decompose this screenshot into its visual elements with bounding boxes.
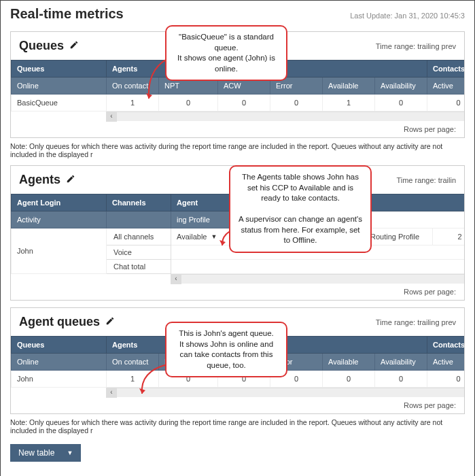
cell-availability: 0 — [427, 371, 465, 388]
chevron-down-icon: ▼ — [67, 449, 73, 456]
page-title: Real-time metrics — [10, 6, 124, 22]
chevron-down-icon[interactable]: ▼ — [211, 233, 217, 240]
cell-availability: 0 — [427, 95, 465, 112]
callout-text: The Agents table shows John has set his … — [239, 173, 362, 244]
time-range: Time range: trailing prev — [376, 318, 456, 326]
scroll-left-icon[interactable]: ‹ — [171, 275, 181, 284]
header: Real-time metrics Last Update: Jan 31, 2… — [1, 1, 474, 24]
last-update: Last Update: Jan 31, 2020 10:45:3 — [350, 12, 465, 20]
rows-per-page[interactable]: Rows per page: — [11, 121, 464, 137]
button-label: New table — [18, 448, 54, 458]
col-on-contact[interactable]: On contact — [107, 354, 159, 371]
time-range: Time range: trailing prev — [376, 42, 456, 50]
callout-basic-queue: "BasicQueue" is a standard queue. It sho… — [165, 25, 287, 81]
col-on-contact[interactable]: On contact — [107, 78, 159, 95]
col-active[interactable]: Active — [427, 354, 465, 371]
col-activity[interactable]: Activity — [12, 211, 107, 228]
callout-text: "BasicQueue" is a standard queue. It sho… — [177, 33, 275, 73]
cell-channel-chat[interactable]: Chat total — [107, 260, 171, 274]
scroll-left-icon[interactable]: ‹ — [106, 112, 117, 122]
cell-on-contact: 0 — [159, 95, 218, 112]
horizontal-scrollbar[interactable]: ‹ — [171, 274, 464, 284]
cell-capacity: 2 — [433, 228, 465, 245]
cell-acw: 0 — [270, 95, 323, 112]
col-agent-login[interactable]: Agent Login — [12, 194, 107, 211]
col-queues[interactable]: Queues — [12, 337, 107, 354]
cell-error: 1 — [323, 95, 375, 112]
col-availability[interactable]: Availability — [375, 78, 427, 95]
col-queues[interactable]: Queues — [12, 61, 107, 78]
page: Real-time metrics Last Update: Jan 31, 2… — [0, 0, 475, 476]
cell-channel-all[interactable]: All channels — [107, 228, 171, 245]
panel-title: Queues — [19, 39, 64, 53]
cell-error: 0 — [323, 371, 375, 388]
note-text: Note: Only queues for which there was ac… — [1, 138, 474, 158]
rows-per-page[interactable]: Rows per page: — [11, 284, 464, 300]
cell-agent-login: John — [12, 228, 107, 274]
table-row[interactable]: BasicQueue 1 0 0 0 1 0 0 — [12, 95, 465, 112]
col-channels[interactable]: Channels — [107, 194, 171, 211]
panel-title: Agent queues — [19, 315, 100, 329]
col-online[interactable]: Online — [12, 78, 107, 95]
col-online[interactable]: Online — [12, 354, 107, 371]
col-contacts[interactable]: Contacts — [427, 337, 465, 354]
note-text: Note: Only queues for which there was ac… — [1, 414, 474, 435]
cell-available: 0 — [375, 371, 427, 388]
cell-npt: 0 — [218, 95, 270, 112]
col-active[interactable]: Active — [427, 78, 465, 95]
col-blank — [107, 211, 171, 228]
cell-queue-name: John — [12, 371, 107, 388]
callout-text: This is John's agent queue. It shows Joh… — [179, 329, 274, 369]
callout-agents: The Agents table shows John has set his … — [229, 165, 372, 253]
pencil-icon[interactable] — [105, 316, 115, 328]
panel-title: Agents — [19, 173, 60, 187]
callout-agent-queues: This is John's agent queue. It shows Joh… — [165, 322, 287, 377]
horizontal-scrollbar[interactable]: ‹ — [106, 112, 464, 121]
scroll-left-icon[interactable]: ‹ — [106, 388, 117, 398]
col-available[interactable]: Available — [323, 78, 375, 95]
horizontal-scrollbar[interactable]: ‹ — [106, 388, 464, 397]
cell-channel-voice[interactable]: Voice — [107, 245, 171, 260]
pencil-icon[interactable] — [66, 174, 75, 186]
col-available[interactable]: Available — [323, 354, 375, 371]
activity-value: Available — [177, 233, 207, 241]
rows-per-page[interactable]: Rows per page: — [11, 397, 464, 413]
new-table-button[interactable]: New table ▼ — [10, 444, 81, 462]
col-contacts[interactable]: Contacts — [427, 61, 465, 78]
time-range: Time range: trailin — [396, 176, 456, 184]
cell-queue-name: BasicQueue — [12, 95, 107, 112]
col-availability[interactable]: Availability — [375, 354, 427, 371]
cell-online: 1 — [107, 371, 159, 388]
cell-available: 0 — [375, 95, 427, 112]
pencil-icon[interactable] — [69, 40, 79, 52]
cell-online: 1 — [107, 95, 159, 112]
